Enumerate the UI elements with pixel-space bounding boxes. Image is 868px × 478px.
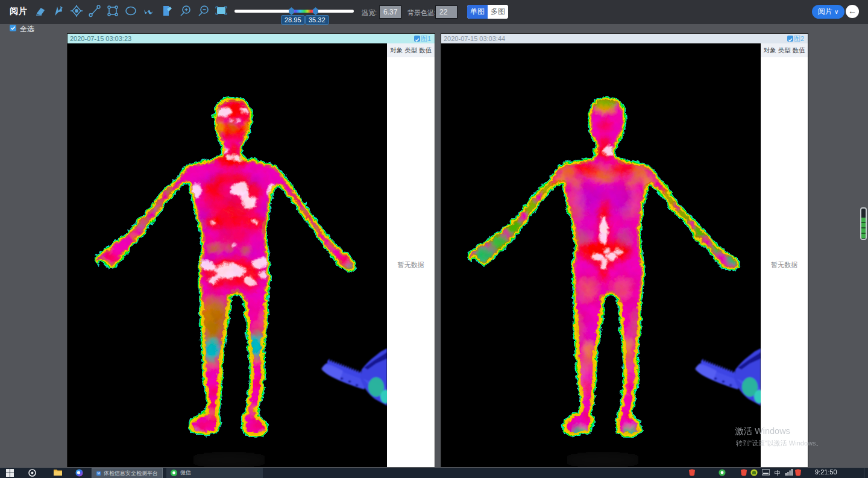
svg-text:M: M	[97, 471, 99, 475]
svg-text:中: 中	[775, 470, 781, 476]
